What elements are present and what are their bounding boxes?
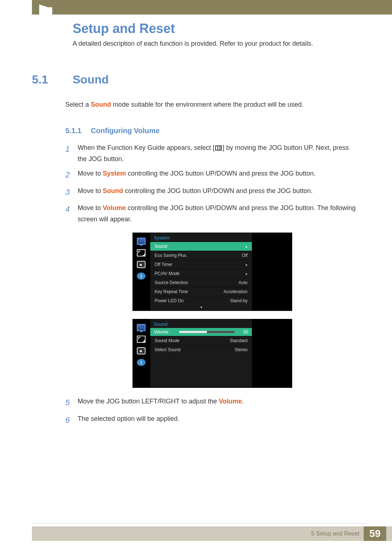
- osd-row: Select SoundStereo: [150, 345, 252, 354]
- step-text: The selected option will be applied.: [78, 413, 359, 427]
- osd-value: Standard: [230, 338, 248, 343]
- osd-iconbar: i: [132, 233, 150, 311]
- subsection-number: 5.1.1: [65, 127, 91, 135]
- osd-row: PC/AV Mode: [150, 269, 252, 278]
- step-number: 5: [65, 396, 78, 409]
- footer-rule: [32, 523, 367, 524]
- info-icon: i: [137, 272, 146, 280]
- osd-label: Off Timer: [155, 262, 172, 267]
- step-text: Move to: [78, 204, 103, 212]
- osd-label: Source Detection: [155, 280, 188, 285]
- step-4: 4 Move to Volume controlling the JOG but…: [65, 202, 359, 225]
- step-6: 6 The selected option will be applied.: [65, 413, 359, 427]
- section-number: 5.1: [32, 73, 73, 86]
- osd-row: Eco Saving PlusOff: [150, 251, 252, 260]
- intro-post: mode suitable for the environment where …: [111, 101, 303, 108]
- section-intro: Select a Sound mode suitable for the env…: [65, 101, 359, 108]
- osd-value: Acceleration: [224, 289, 248, 294]
- osd-label: Volume: [154, 329, 176, 335]
- osd-label: Sound: [155, 244, 167, 249]
- step-2: 2 Move to System controlling the JOG but…: [65, 168, 359, 181]
- osd-row: Key Repeat TimeAcceleration: [150, 287, 252, 296]
- info-icon: i: [137, 359, 146, 366]
- chapter-title: Setup and Reset: [73, 21, 392, 36]
- display-icon: [137, 238, 146, 245]
- step-number: 2: [65, 168, 78, 181]
- osd-row: Off Timer: [150, 260, 252, 269]
- chapter-subtitle: A detailed description of each function …: [73, 40, 392, 48]
- chevron-right-icon: [246, 244, 248, 249]
- step-highlight: Volume: [103, 204, 126, 212]
- step-3: 3 Move to Sound controlling the JOG butt…: [65, 185, 359, 199]
- step-text: Move to: [78, 170, 103, 177]
- menu-icon: [215, 145, 222, 151]
- osd-label: Power LED On: [155, 298, 184, 303]
- size-icon: [137, 249, 146, 257]
- intro-highlight: Sound: [91, 101, 111, 108]
- osd-row-volume: Volume 50: [150, 328, 252, 336]
- step-number: 3: [65, 185, 78, 199]
- step-list: 1 When the Function Key Guide appears, s…: [65, 142, 359, 225]
- osd-value: Off: [242, 253, 248, 258]
- intro-pre: Select a: [65, 101, 91, 108]
- step-number: 6: [65, 413, 78, 427]
- osd-row-sound: Sound: [150, 242, 252, 251]
- osd-label: PC/AV Mode: [155, 271, 179, 276]
- step-5: 5 Move the JOG button LEFT/RIGHT to adju…: [65, 396, 359, 409]
- volume-bar-fill: [179, 331, 207, 333]
- header-band: [32, 0, 392, 15]
- osd-body: System Sound Eco Saving PlusOff Off Time…: [150, 233, 252, 311]
- volume-value: 50: [238, 329, 248, 335]
- step-text: Move to: [78, 187, 103, 194]
- osd-label: Sound Mode: [155, 338, 179, 343]
- osd-value: Stand-by: [230, 298, 248, 303]
- osd-right-pane: [252, 233, 292, 311]
- step-text: .: [242, 398, 244, 405]
- osd-value: Auto: [238, 280, 248, 285]
- chevron-right-icon: [246, 271, 248, 276]
- osd-label: Key Repeat Time: [155, 289, 188, 294]
- chevron-down-icon: ▾: [150, 305, 252, 311]
- corner-tab: [39, 7, 52, 18]
- chevron-right-icon: [246, 262, 248, 267]
- osd-title: System: [150, 233, 252, 242]
- gear-icon: [137, 347, 146, 354]
- size-icon: [137, 336, 146, 343]
- osd-row: Source DetectionAuto: [150, 278, 252, 287]
- osd-right-pane: [252, 319, 292, 388]
- osd-title: Sound: [150, 319, 252, 328]
- display-icon: [137, 324, 146, 331]
- step-text: Move the JOG button LEFT/RIGHT to adjust…: [78, 398, 219, 405]
- page-number: 59: [364, 526, 386, 541]
- osd-system-screenshot: i System Sound Eco Saving PlusOff Off Ti…: [132, 233, 292, 311]
- osd-iconbar: i: [132, 319, 150, 388]
- gear-icon: [137, 261, 146, 268]
- osd-body: Sound Volume 50 Sound ModeStandard Selec…: [150, 319, 252, 388]
- step-text: When the Function Key Guide appears, sel…: [78, 144, 215, 151]
- osd-value: Stereo: [235, 347, 248, 352]
- section-title: Sound: [73, 73, 109, 86]
- subsection-title: Configuring Volume: [91, 127, 160, 135]
- step-number: 4: [65, 202, 78, 225]
- osd-label: Eco Saving Plus: [155, 253, 186, 258]
- step-highlight: Sound: [103, 187, 123, 194]
- step-text: controlling the JOG button UP/DOWN and p…: [126, 170, 315, 177]
- volume-bar: [179, 331, 234, 333]
- footer-label: 5 Setup and Reset: [311, 530, 359, 537]
- osd-row: Power LED OnStand-by: [150, 296, 252, 305]
- osd-sound-screenshot: i Sound Volume 50 Sound ModeStandard Sel…: [132, 319, 292, 388]
- osd-row: Sound ModeStandard: [150, 336, 252, 345]
- osd-label: Select Sound: [155, 347, 180, 352]
- step-number: 1: [65, 142, 78, 164]
- step-1: 1 When the Function Key Guide appears, s…: [65, 142, 359, 164]
- step-list-continued: 5 Move the JOG button LEFT/RIGHT to adju…: [65, 396, 359, 427]
- footer: 5 Setup and Reset 59: [32, 526, 392, 541]
- step-highlight: Volume: [219, 398, 242, 405]
- step-highlight: System: [103, 170, 126, 177]
- step-text: controlling the JOG button UP/DOWN and p…: [123, 187, 313, 194]
